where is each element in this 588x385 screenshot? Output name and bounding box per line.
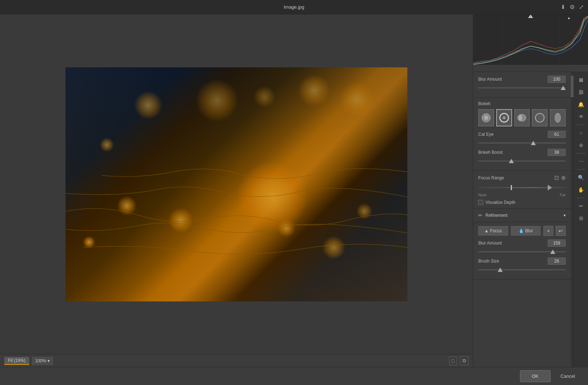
- footer: OK Cancel: [0, 367, 588, 385]
- svg-point-10: [519, 115, 522, 121]
- main-layout: Fit (19%) 100% ▾ □ ⧉: [0, 14, 588, 367]
- scrollbar-track[interactable]: [571, 72, 574, 367]
- cat-eye-track: [478, 143, 566, 144]
- histogram-area: ▲: [473, 14, 588, 72]
- cat-eye-slider[interactable]: [478, 140, 566, 146]
- visualize-depth-row: Visualize Depth: [478, 200, 566, 205]
- zoom-100-button[interactable]: 100% ▾: [32, 357, 53, 365]
- svg-point-18: [581, 91, 583, 93]
- controls-panel: Blur Amount Bokeh: [473, 72, 571, 367]
- sidebar-icon-eye[interactable]: 👁: [576, 112, 586, 122]
- sidebar-separator-2: [577, 153, 585, 153]
- sidebar-separator-1: [577, 125, 585, 125]
- brush-icon: ✏: [478, 212, 483, 218]
- sidebar-icon-search[interactable]: 🔍: [576, 173, 586, 183]
- toolbar-right: □ ⧉: [449, 356, 469, 365]
- far-label: Far: [560, 193, 566, 197]
- focus-add-icon[interactable]: ⊕: [561, 174, 566, 181]
- blur-amount-row: Blur Amount: [478, 76, 566, 83]
- refinement-blur-amount-input[interactable]: [548, 239, 566, 247]
- range-thumb-far: [548, 185, 552, 191]
- bokeh-boost-track: [478, 161, 566, 162]
- bokeh-boost-label: Bokeh Boost: [478, 150, 503, 155]
- range-labels: Near Far: [478, 193, 566, 197]
- cancel-button[interactable]: Cancel: [555, 371, 581, 382]
- sidebar-icon-grid[interactable]: ⊞: [576, 213, 586, 223]
- blur-button[interactable]: 💧 Blur: [511, 226, 541, 236]
- window-title: Image.jpg: [284, 4, 304, 10]
- refinement-blur-amount-row: Blur Amount: [478, 239, 566, 247]
- focus-blur-row: ▲ Focus 💧 Blur + ↩: [478, 226, 566, 236]
- sidebar-separator-4: [577, 198, 585, 198]
- add-action-button[interactable]: +: [543, 226, 553, 236]
- bokeh-option-circle[interactable]: [478, 109, 494, 126]
- refinement-collapse-icon: ▾: [564, 213, 566, 218]
- bokeh-section: Bokeh: [473, 98, 571, 171]
- focus-range-track[interactable]: [478, 184, 566, 191]
- download-icon[interactable]: ⬇: [561, 4, 565, 10]
- bokeh-boost-thumb: [509, 159, 514, 163]
- brush-size-row: Brush Size: [478, 258, 566, 265]
- refinement-header[interactable]: ✏ Refinement ▾: [473, 209, 571, 222]
- focus-person-icon[interactable]: ⊡: [554, 174, 559, 181]
- refinement-label: Refinement: [485, 213, 507, 218]
- refinement-content: ▲ Focus 💧 Blur + ↩: [473, 222, 571, 279]
- blur-drop-icon: 💧: [519, 228, 524, 233]
- blur-amount-thumb: [561, 86, 566, 90]
- ok-button[interactable]: OK: [520, 370, 551, 382]
- bokeh-boost-row: Bokeh Boost: [478, 149, 566, 156]
- sidebar-icon-adjustments[interactable]: [576, 87, 586, 97]
- focus-button-label: Focus: [490, 228, 502, 233]
- bottom-toolbar: Fit (19%) 100% ▾ □ ⧉: [0, 354, 473, 367]
- bokeh-boost-input[interactable]: [548, 149, 566, 156]
- canvas-area: Fit (19%) 100% ▾ □ ⧉: [0, 14, 473, 367]
- sidebar-icon-pen[interactable]: ✏: [576, 201, 586, 211]
- sidebar-icon-plus[interactable]: ⊕: [576, 140, 586, 150]
- refinement-blur-amount-slider[interactable]: [478, 249, 566, 255]
- blur-amount-input[interactable]: [548, 76, 566, 83]
- sidebar-icon-dots[interactable]: ⋯: [576, 156, 586, 166]
- panel-with-scroll: Blur Amount Bokeh: [473, 72, 588, 367]
- sidebar-icon-hand[interactable]: ✋: [576, 185, 586, 195]
- title-bar-actions: ⬇ ⚙ ⤢: [561, 4, 584, 10]
- sidebar-icon-circle[interactable]: ○: [576, 128, 586, 138]
- bokeh-option-cateye-left[interactable]: [514, 109, 530, 126]
- blur-amount-label: Blur Amount: [478, 77, 502, 82]
- view-split-button[interactable]: ⧉: [460, 356, 469, 365]
- title-bar: Image.jpg ⬇ ⚙ ⤢: [0, 0, 588, 14]
- view-single-button[interactable]: □: [449, 357, 457, 365]
- blur-amount-slider[interactable]: [478, 85, 566, 91]
- bokeh-boost-slider[interactable]: [478, 158, 566, 164]
- focus-range-section: Focus Range ⊡ ⊕ Near Far: [473, 171, 571, 209]
- blur-amount-section: Blur Amount: [473, 72, 571, 98]
- bokeh-option-oval[interactable]: [550, 109, 566, 126]
- blur-amount-track: [478, 88, 566, 89]
- bokeh-option-ring[interactable]: [496, 109, 512, 126]
- brush-size-slider[interactable]: [478, 267, 566, 273]
- settings-icon[interactable]: ⚙: [570, 4, 575, 10]
- cat-eye-input[interactable]: [548, 131, 566, 138]
- near-label: Near: [478, 193, 487, 197]
- svg-point-13: [555, 113, 561, 122]
- brush-size-track: [478, 269, 566, 270]
- svg-point-17: [580, 90, 581, 91]
- focus-range-label: Focus Range: [478, 175, 504, 180]
- zoom-fit-button[interactable]: Fit (19%): [4, 357, 29, 365]
- cat-eye-row: Cat Eye: [478, 131, 566, 138]
- range-thumb-near: [511, 185, 512, 190]
- visualize-depth-label: Visualize Depth: [485, 200, 515, 205]
- expand-icon[interactable]: ⤢: [579, 4, 584, 10]
- undo-action-button[interactable]: ↩: [556, 226, 566, 236]
- scrollbar-thumb[interactable]: [571, 76, 574, 97]
- bokeh-option-ring-dot[interactable]: [532, 109, 548, 126]
- white-point-marker[interactable]: ▲: [567, 16, 571, 20]
- focus-button[interactable]: ▲ Focus: [478, 226, 508, 236]
- bokeh-label: Bokeh: [478, 101, 566, 106]
- visualize-depth-checkbox[interactable]: [478, 200, 483, 205]
- brush-size-input[interactable]: [548, 258, 566, 265]
- sidebar-icon-filters[interactable]: ⊞: [576, 75, 586, 85]
- canvas-wrapper: [0, 14, 473, 354]
- sidebar-icon-bell[interactable]: 🔔: [576, 99, 586, 109]
- focus-range-icons: ⊡ ⊕: [554, 174, 566, 181]
- svg-point-8: [503, 116, 506, 119]
